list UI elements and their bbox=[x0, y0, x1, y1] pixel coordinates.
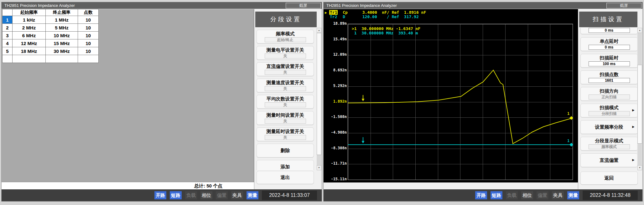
window-segment-setup: TH2851 Precision Impedance Analyzer 截屏 起… bbox=[1, 2, 322, 202]
cell-stop[interactable] bbox=[46, 55, 78, 63]
delete-button[interactable]: 删除 bbox=[257, 144, 314, 157]
scrollbar-thumb[interactable] bbox=[637, 65, 642, 144]
y-tick: 15.49n bbox=[325, 37, 347, 41]
cell-stop[interactable]: 10 MHz bbox=[46, 32, 78, 39]
trace1-legend[interactable]: ▶Tr1 Cp 3.4000 nF/ Ref 1.8916 nF bbox=[325, 10, 426, 14]
table-row[interactable]: 1 1 kHz 1 MHz 10 bbox=[3, 16, 99, 24]
level-switch-button[interactable]: 测量电平设置开关 关 bbox=[257, 46, 314, 60]
scroll-down-icon[interactable]: ▼ bbox=[317, 165, 321, 170]
row-index-selected[interactable]: 1 bbox=[3, 16, 13, 24]
cell-start[interactable]: 2 MHz bbox=[13, 24, 46, 32]
table-header-row: 起始频率 终止频率 点数 bbox=[3, 9, 99, 16]
meas-delay-switch-button[interactable]: 测量延时设置开关 关 bbox=[257, 127, 314, 141]
sweep-direction-button[interactable]: 扫描方向 正向扫描 bbox=[580, 87, 637, 101]
cell-points[interactable]: 10 bbox=[78, 47, 99, 55]
marker1-diamond-tr1 bbox=[569, 116, 573, 120]
row-index[interactable]: 3 bbox=[3, 32, 13, 39]
exit-button[interactable]: 退出 bbox=[257, 171, 314, 184]
sweep-delay-button[interactable]: 扫描延时 100 ms bbox=[580, 54, 637, 68]
cell-points[interactable]: 10 bbox=[78, 16, 99, 24]
table-row[interactable]: 2 2 MHz 5 MHz 10 bbox=[3, 24, 99, 32]
meas-time-switch-button[interactable]: 测量时间设置开关 关 bbox=[257, 111, 314, 125]
cell-stop[interactable]: 1 MHz bbox=[46, 16, 78, 24]
table-row[interactable]: 5 18 MHz 30 MHz 10 bbox=[3, 47, 99, 55]
point-delay-button[interactable]: 单点延时 0 ms bbox=[580, 37, 637, 51]
back-button[interactable]: 返回 bbox=[580, 172, 638, 185]
open-correction-button[interactable]: 开路 bbox=[475, 191, 487, 199]
cell-points[interactable]: 10 bbox=[78, 39, 99, 47]
sweep-points-button[interactable]: 扫描点数 1601 bbox=[580, 70, 637, 84]
row-index[interactable]: 4 bbox=[3, 39, 13, 47]
cell-start[interactable] bbox=[13, 55, 46, 63]
scrollbar-thumb[interactable] bbox=[317, 33, 321, 155]
scroll-down-icon[interactable]: ▼ bbox=[637, 165, 642, 170]
cell-stop[interactable]: 15 MHz bbox=[46, 39, 78, 47]
scroll-up-icon[interactable]: ▲ bbox=[317, 28, 321, 33]
cell-start[interactable]: 6 MHz bbox=[13, 32, 46, 39]
row-index[interactable]: 5 bbox=[3, 47, 13, 55]
sweep-mode-button[interactable]: 扫描模式 分段扫描 ► bbox=[580, 104, 637, 117]
window-sweep-chart: TH2851 Precision Impedance Analyzer 截屏 ▶… bbox=[323, 2, 643, 202]
screenshot-button[interactable]: 截屏 bbox=[286, 3, 321, 8]
panel-title: 分段设置 bbox=[255, 12, 317, 27]
panel-title: 扫描设置 bbox=[579, 12, 637, 27]
trace1-readout: Cp 3.4000 nF/ Ref 1.8916 nF bbox=[338, 10, 426, 15]
cell-points[interactable]: 10 bbox=[78, 24, 99, 32]
sweep-mode-value: 分段扫描 bbox=[589, 111, 630, 116]
clipped-delay-button[interactable]: 0 ms bbox=[580, 28, 637, 34]
marker1-number-tr2: 1 bbox=[567, 139, 569, 143]
trace1-line bbox=[348, 70, 573, 144]
total-points-strip: 总计: 50 个点 bbox=[2, 182, 254, 190]
average-switch-button[interactable]: 平均次数设置开关 关 bbox=[257, 95, 314, 109]
table-row-empty[interactable] bbox=[3, 55, 99, 63]
phase-button[interactable]: 相位 bbox=[521, 191, 533, 199]
load-correction-button[interactable]: 负载 bbox=[506, 191, 518, 199]
segment-display-mode-value: 频率模式 bbox=[589, 144, 630, 149]
bias-button[interactable]: 偏置 bbox=[216, 191, 228, 199]
y-tick: 5.292n bbox=[325, 84, 347, 88]
marker1-diamond-tr2 bbox=[569, 143, 573, 146]
trace2-legend[interactable]: Tr2 D 120.00 / Ref 317.92 bbox=[325, 14, 419, 19]
speed-switch-button[interactable]: 测量速度设置开关 关 bbox=[257, 79, 314, 92]
sweep-direction-value: 正向扫描 bbox=[589, 95, 630, 100]
freq-mode-button[interactable]: 频率模式 起始/终止 bbox=[257, 30, 314, 44]
dc-bias-button[interactable]: 直流偏置 ► bbox=[580, 153, 637, 167]
row-index[interactable]: 2 bbox=[3, 24, 13, 32]
fixture-button[interactable]: 夹具 bbox=[552, 191, 564, 199]
fixture-button[interactable]: 夹具 bbox=[231, 191, 243, 199]
dc-bias-switch-button[interactable]: 直流偏置设置开关 关 bbox=[257, 62, 314, 76]
cell-stop[interactable]: 5 MHz bbox=[46, 24, 78, 32]
cell-start[interactable]: 12 MHz bbox=[13, 39, 46, 47]
short-correction-button[interactable]: 短路 bbox=[491, 191, 502, 199]
status-bar: 开路 短路 负载 相位 偏置 夹具 测量 2022-4-8 11:32:48 bbox=[324, 189, 642, 201]
table-row[interactable]: 3 6 MHz 10 MHz 10 bbox=[3, 32, 99, 39]
y-tick: 8.692n bbox=[325, 68, 347, 72]
segment-display-mode-button[interactable]: 分段显示模式 频率模式 bbox=[580, 137, 637, 151]
cell-points[interactable] bbox=[78, 55, 99, 63]
trace1-name: Tr1 bbox=[329, 10, 338, 15]
cell-start[interactable]: 1 kHz bbox=[13, 16, 46, 24]
table-row[interactable]: 4 12 MHz 15 MHz 10 bbox=[3, 39, 99, 47]
header-points: 点数 bbox=[78, 9, 99, 16]
panel-scrollbar[interactable]: ▲ ▼ bbox=[637, 28, 642, 170]
status-bar: 开路 短路 负载 相位 偏置 夹具 测量 2022-4-8 11:33:07 bbox=[2, 189, 322, 201]
scroll-up-icon[interactable]: ▲ bbox=[637, 28, 642, 33]
y-tick: -11.71n bbox=[325, 161, 347, 166]
panel-scrollbar[interactable]: ▲ ▼ bbox=[317, 28, 321, 170]
measure-button[interactable]: 测量 bbox=[247, 191, 258, 199]
screenshot-button[interactable]: 截屏 bbox=[606, 3, 641, 8]
cell-start[interactable]: 18 MHz bbox=[13, 47, 46, 55]
load-correction-button[interactable]: 负载 bbox=[185, 191, 197, 199]
short-correction-button[interactable]: 短路 bbox=[170, 191, 182, 199]
cell-stop[interactable]: 30 MHz bbox=[46, 47, 78, 55]
row-index[interactable] bbox=[3, 55, 13, 63]
cell-points[interactable]: 10 bbox=[78, 32, 99, 39]
trace-plot: 11 bbox=[348, 24, 573, 180]
bias-button[interactable]: 偏置 bbox=[537, 191, 548, 199]
set-freq-segments-button[interactable]: 设置频率分段 ► bbox=[580, 120, 637, 134]
phase-button[interactable]: 相位 bbox=[200, 191, 212, 199]
measure-button[interactable]: 测量 bbox=[567, 191, 579, 199]
add-button[interactable]: 添加 bbox=[257, 160, 314, 170]
sweep-points-value: 1601 bbox=[589, 78, 630, 83]
open-correction-button[interactable]: 开路 bbox=[154, 191, 166, 199]
